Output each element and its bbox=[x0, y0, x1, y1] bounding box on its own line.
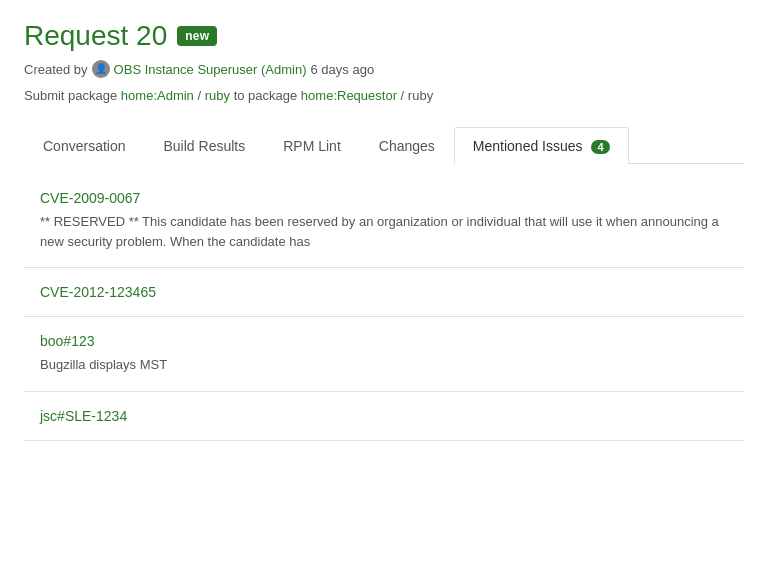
tabs-row: Conversation Build Results RPM Lint Chan… bbox=[24, 127, 744, 164]
page-title: Request 20 bbox=[24, 20, 167, 52]
title-row: Request 20 new bbox=[24, 20, 744, 52]
page-container: Request 20 new Created by 👤 OBS Instance… bbox=[0, 0, 768, 461]
dest-ruby: ruby bbox=[408, 88, 433, 103]
created-by-row: Created by 👤 OBS Instance Superuser (Adm… bbox=[24, 60, 744, 78]
author-link[interactable]: OBS Instance Superuser (Admin) bbox=[114, 62, 307, 77]
issue-link-cve-2012[interactable]: CVE-2012-123465 bbox=[40, 284, 156, 300]
dest-sep2: / bbox=[401, 88, 408, 103]
user-avatar-icon: 👤 bbox=[92, 60, 110, 78]
source-package-link[interactable]: home:Admin bbox=[121, 88, 194, 103]
issues-list: CVE-2009-0067 ** RESERVED ** This candid… bbox=[24, 164, 744, 441]
issue-link-jsc-sle[interactable]: jsc#SLE-1234 bbox=[40, 408, 127, 424]
list-item: CVE-2009-0067 ** RESERVED ** This candid… bbox=[24, 174, 744, 268]
list-item: boo#123 Bugzilla displays MST bbox=[24, 317, 744, 392]
source-sep1: / bbox=[197, 88, 201, 103]
issue-description-boo123: Bugzilla displays MST bbox=[40, 355, 728, 375]
list-item: CVE-2012-123465 bbox=[24, 268, 744, 317]
tab-rpm-lint[interactable]: RPM Lint bbox=[264, 127, 360, 164]
created-by-label: Created by bbox=[24, 62, 88, 77]
dest-package-link[interactable]: home:Requestor bbox=[301, 88, 397, 103]
status-badge: new bbox=[177, 26, 217, 46]
submit-label: Submit package bbox=[24, 88, 117, 103]
issue-link-boo123[interactable]: boo#123 bbox=[40, 333, 95, 349]
source-ruby-link[interactable]: ruby bbox=[205, 88, 230, 103]
to-label: to package bbox=[234, 88, 301, 103]
issue-description-cve-2009: ** RESERVED ** This candidate has been r… bbox=[40, 212, 728, 251]
mentioned-issues-badge: 4 bbox=[591, 140, 609, 154]
submit-row: Submit package home:Admin / ruby to pack… bbox=[24, 88, 744, 103]
list-item: jsc#SLE-1234 bbox=[24, 392, 744, 441]
tab-build-results[interactable]: Build Results bbox=[145, 127, 265, 164]
author-time: 6 days ago bbox=[311, 62, 375, 77]
tab-mentioned-issues[interactable]: Mentioned Issues 4 bbox=[454, 127, 629, 164]
issue-link-cve-2009[interactable]: CVE-2009-0067 bbox=[40, 190, 140, 206]
tab-changes[interactable]: Changes bbox=[360, 127, 454, 164]
tab-conversation[interactable]: Conversation bbox=[24, 127, 145, 164]
